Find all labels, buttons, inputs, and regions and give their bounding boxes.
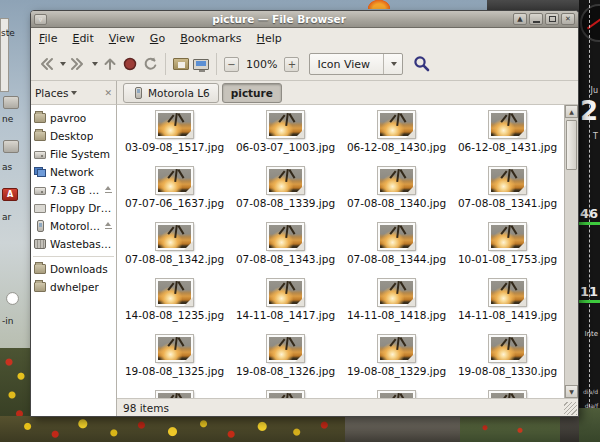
resize-grip[interactable] (564, 402, 577, 415)
image-thumbnail (378, 223, 415, 250)
up-button[interactable] (100, 51, 120, 77)
file-item[interactable]: 06-12-08_1430.jpg (341, 107, 452, 163)
chevron-down-icon[interactable] (71, 91, 77, 95)
item-count: 98 items (123, 402, 169, 414)
file-item[interactable]: 07-08-08_1344.jpg (341, 219, 452, 275)
back-history-dropdown[interactable] (56, 51, 68, 77)
sidebar-item-motorola[interactable]: Motorola L6 (31, 217, 116, 235)
icon-view[interactable]: 03-09-08_1517.jpg 06-03-07_1003.jpg 06-1… (117, 105, 578, 398)
file-item[interactable]: 06-12-08_1431.jpg (452, 107, 563, 163)
chevron-down-icon (391, 62, 397, 66)
breadcrumb-current-button[interactable]: picture (222, 83, 282, 103)
maximize-button[interactable] (545, 13, 559, 25)
sidebar-item-wastebasket[interactable]: Wastebasket (31, 235, 116, 253)
file-item[interactable]: 14-11-08_1418.jpg (341, 275, 452, 331)
file-item[interactable]: 07-08-08_1341.jpg (452, 163, 563, 219)
forward-history-dropdown[interactable] (88, 51, 100, 77)
sidebar-item-dwhelper[interactable]: dwhelper (31, 278, 116, 296)
desktop-icon-label-fragment: as (2, 162, 12, 172)
image-thumbnail (489, 335, 526, 362)
monitor-label-fragment: Inte (584, 330, 598, 338)
desktop-icon-red[interactable]: A (2, 188, 18, 201)
file-item[interactable]: 19-08-08_1329.jpg (341, 331, 452, 387)
titlebar[interactable]: ▿ picture — File Browser ▲ ✕ (31, 11, 578, 28)
view-mode-select[interactable]: Icon View (309, 53, 403, 75)
file-item[interactable]: 19-08-08_1326.jpg (230, 331, 341, 387)
breadcrumb-parent-button[interactable]: Motorola L6 (123, 83, 219, 103)
file-item[interactable]: 07-08-08_1342.jpg (119, 219, 230, 275)
scroll-up-button[interactable]: ▲ (565, 105, 578, 118)
shade-button[interactable]: ▲ (513, 13, 527, 25)
file-item-partial[interactable] (230, 387, 341, 398)
back-button[interactable] (36, 51, 56, 77)
combo-dropdown-button[interactable] (384, 62, 402, 66)
computer-button[interactable] (191, 51, 211, 77)
file-item[interactable]: 14-11-08_1417.jpg (230, 275, 341, 331)
sidebar-item-floppy[interactable]: Floppy Drive (31, 199, 116, 217)
side-pane-title[interactable]: Places (35, 87, 68, 99)
image-thumbnail (489, 167, 526, 194)
chevron-down-icon (92, 62, 98, 66)
stop-button[interactable] (120, 51, 140, 77)
file-name: 19-08-08_1325.jpg (125, 365, 224, 377)
conky-widget-strip: Ju 2 T 46 11 Inte dia/d dia/f (579, 0, 600, 442)
file-item[interactable]: 06-03-07_1003.jpg (230, 107, 341, 163)
sidebar-item-label: Network (50, 166, 94, 178)
desktop-icon-round[interactable] (6, 292, 19, 305)
file-item[interactable]: 07-08-08_1343.jpg (230, 219, 341, 275)
file-item-partial[interactable] (341, 387, 452, 398)
desktop-icon[interactable] (3, 96, 19, 109)
scrollbar-thumb[interactable] (566, 120, 577, 170)
file-name: 10-01-08_1753.jpg (458, 253, 557, 265)
forward-button[interactable] (68, 51, 88, 77)
sidebar-item-volume[interactable]: 7.3 GB Files... (31, 181, 116, 199)
wallpaper-grass (460, 416, 560, 442)
eject-icon[interactable] (104, 222, 113, 230)
close-side-pane-icon[interactable]: ✕ (104, 88, 112, 98)
folder-icon (34, 282, 46, 292)
home-button[interactable] (171, 51, 191, 77)
file-item[interactable]: 14-08-08_1235.jpg (119, 275, 230, 331)
desktop-icon[interactable] (3, 140, 19, 153)
menu-go[interactable]: Go (150, 32, 165, 45)
file-item[interactable]: 07-08-08_1340.jpg (341, 163, 452, 219)
sidebar-item-label: Downloads (50, 263, 108, 275)
file-item[interactable]: 07-08-08_1339.jpg (230, 163, 341, 219)
image-thumbnail (267, 111, 304, 138)
menu-view[interactable]: View (109, 32, 135, 45)
menu-edit[interactable]: Edit (72, 32, 93, 45)
file-name: 06-12-08_1431.jpg (458, 141, 557, 153)
sidebar-item-filesystem[interactable]: File System (31, 145, 116, 163)
close-button[interactable]: ✕ (561, 13, 575, 25)
image-thumbnail (156, 111, 193, 138)
file-item[interactable]: 03-09-08_1517.jpg (119, 107, 230, 163)
file-item[interactable]: 07-07-06_1637.jpg (119, 163, 230, 219)
sidebar-item-network[interactable]: Network (31, 163, 116, 181)
file-item[interactable]: 19-08-08_1330.jpg (452, 331, 563, 387)
sidebar-item-label: pavroo (50, 112, 86, 124)
sidebar-item-home[interactable]: pavroo (31, 109, 116, 127)
sidebar-item-desktop[interactable]: Desktop (31, 127, 116, 145)
sidebar-item-downloads[interactable]: Downloads (31, 260, 116, 278)
file-item[interactable]: 14-11-08_1419.jpg (452, 275, 563, 331)
zoom-in-button[interactable]: + (282, 51, 301, 77)
file-item-partial[interactable] (119, 387, 230, 398)
scroll-down-button[interactable]: ▼ (565, 385, 578, 398)
file-item-partial[interactable] (452, 387, 563, 398)
menu-file[interactable]: File (39, 32, 57, 45)
minimize-button[interactable] (529, 13, 543, 25)
window-title: picture — File Browser (47, 13, 511, 25)
menu-help[interactable]: Help (257, 32, 282, 45)
sidebar-item-label: File System (50, 148, 110, 160)
reload-button[interactable] (140, 51, 160, 77)
eject-icon[interactable] (104, 186, 113, 194)
vertical-scrollbar[interactable]: ▲ ▼ (564, 105, 578, 398)
file-item[interactable]: 19-08-08_1325.jpg (119, 331, 230, 387)
zoom-out-button[interactable]: − (222, 51, 241, 77)
window-menu-icon[interactable]: ▿ (34, 14, 47, 25)
menu-bookmarks[interactable]: Bookmarks (180, 32, 241, 45)
search-button[interactable] (411, 51, 433, 77)
location-row: Places ✕ Motorola L6 picture (31, 81, 578, 105)
image-thumbnail (156, 167, 193, 194)
file-item[interactable]: 10-01-08_1753.jpg (452, 219, 563, 275)
